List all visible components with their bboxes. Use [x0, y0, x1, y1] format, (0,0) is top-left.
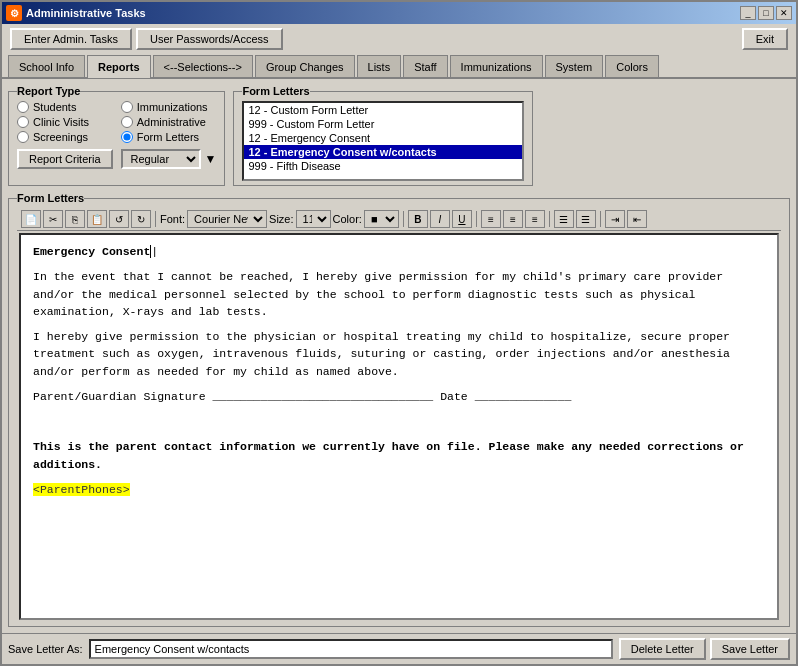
radio-administrative: Administrative	[121, 116, 217, 128]
align-center-button[interactable]: ≡	[503, 210, 523, 228]
cut-icon[interactable]: ✂	[43, 210, 63, 228]
radio-immunizations: Immunizations	[121, 101, 217, 113]
radio-students: Students	[17, 101, 113, 113]
form-letters-listbox[interactable]: 12 - Custom Form Letter 999 - Custom For…	[242, 101, 524, 181]
undo-icon[interactable]: ↺	[109, 210, 129, 228]
separator	[155, 211, 156, 227]
outdent-button[interactable]: ⇤	[627, 210, 647, 228]
font-label: Font:	[160, 213, 185, 225]
bullet-list-button[interactable]: ☰	[554, 210, 574, 228]
title-bar: ⚙ Admininistrative Tasks _ □ ✕	[2, 2, 796, 24]
tab-immunizations[interactable]: Immunizations	[450, 55, 543, 77]
report-type-group: Report Type Students Immunizations Clini…	[8, 85, 225, 186]
dropdown-arrow-icon: ▼	[205, 152, 217, 166]
separator	[403, 211, 404, 227]
tab-selections[interactable]: <--Selections-->	[153, 55, 253, 77]
maximize-button[interactable]: □	[758, 6, 774, 20]
window-controls: _ □ ✕	[740, 6, 792, 20]
italic-button[interactable]: I	[430, 210, 450, 228]
radio-form-letters-input[interactable]	[121, 131, 133, 143]
main-window: ⚙ Admininistrative Tasks _ □ ✕ Enter Adm…	[0, 0, 798, 666]
editor-content-area[interactable]: Emergency Consent| In the event that I c…	[19, 233, 779, 620]
font-select[interactable]: Courier New Arial Times New Roman	[187, 210, 267, 228]
bold-button[interactable]: B	[408, 210, 428, 228]
close-button[interactable]: ✕	[776, 6, 792, 20]
radio-screenings: Screenings	[17, 131, 113, 143]
report-type-legend: Report Type	[17, 85, 80, 97]
tab-reports[interactable]: Reports	[87, 55, 151, 78]
exit-button[interactable]: Exit	[742, 28, 788, 50]
list-item[interactable]: 999 - Fifth Disease	[244, 159, 522, 173]
save-letter-label: Save Letter As:	[8, 643, 83, 655]
editor-parent-phones: <ParentPhones>	[33, 483, 130, 496]
redo-icon[interactable]: ↻	[131, 210, 151, 228]
size-select[interactable]: 11 8 10 12 14	[296, 210, 331, 228]
paste-icon[interactable]: 📋	[87, 210, 107, 228]
separator	[549, 211, 550, 227]
tab-lists[interactable]: Lists	[357, 55, 402, 77]
save-letter-button[interactable]: Save Letter	[710, 638, 790, 660]
app-icon: ⚙	[6, 5, 22, 21]
form-letters-editor: Form Letters 📄 ✂ ⎘ 📋 ↺ ↻ Font: Courier N…	[8, 192, 790, 627]
radio-immunizations-input[interactable]	[121, 101, 133, 113]
editor-para1: In the event that I cannot be reached, I…	[33, 268, 765, 320]
top-section: Report Type Students Immunizations Clini…	[8, 85, 790, 186]
color-select[interactable]: ■	[364, 210, 399, 228]
tab-group-changes[interactable]: Group Changes	[255, 55, 355, 77]
align-right-button[interactable]: ≡	[525, 210, 545, 228]
form-letters-list-legend: Form Letters	[242, 85, 309, 97]
window-title: Admininistrative Tasks	[26, 7, 146, 19]
minimize-button[interactable]: _	[740, 6, 756, 20]
editor-signature: Parent/Guardian Signature ______________…	[33, 388, 765, 405]
main-toolbar: Enter Admin. Tasks User Passwords/Access…	[2, 24, 796, 54]
radio-clinic-visits-input[interactable]	[17, 116, 29, 128]
user-passwords-button[interactable]: User Passwords/Access	[136, 28, 283, 50]
align-left-button[interactable]: ≡	[481, 210, 501, 228]
tab-colors[interactable]: Colors	[605, 55, 659, 77]
list-item[interactable]: 12 - Custom Form Letter	[244, 103, 522, 117]
editor-para2: I hereby give permission to the physicia…	[33, 328, 765, 380]
editor-title: Emergency Consent	[33, 245, 150, 258]
radio-students-input[interactable]	[17, 101, 29, 113]
color-label: Color:	[333, 213, 362, 225]
separator	[600, 211, 601, 227]
report-criteria-button[interactable]: Report Criteria	[17, 149, 113, 169]
delete-letter-button[interactable]: Delete Letter	[619, 638, 706, 660]
enter-admin-tasks-button[interactable]: Enter Admin. Tasks	[10, 28, 132, 50]
report-type-options: Students Immunizations Clinic Visits Adm…	[17, 101, 216, 143]
tab-school-info[interactable]: School Info	[8, 55, 85, 77]
radio-clinic-visits: Clinic Visits	[17, 116, 113, 128]
save-letter-input[interactable]	[89, 639, 613, 659]
radio-screenings-input[interactable]	[17, 131, 29, 143]
list-item[interactable]: 12 - Emergency Consent	[244, 131, 522, 145]
form-letters-editor-legend: Form Letters	[17, 192, 84, 204]
editor-contact-info: This is the parent contact information w…	[33, 440, 744, 470]
bottom-bar: Save Letter As: Delete Letter Save Lette…	[2, 633, 796, 664]
radio-administrative-input[interactable]	[121, 116, 133, 128]
separator	[476, 211, 477, 227]
underline-button[interactable]: U	[452, 210, 472, 228]
tab-staff[interactable]: Staff	[403, 55, 447, 77]
tab-system[interactable]: System	[545, 55, 604, 77]
copy-icon[interactable]: ⎘	[65, 210, 85, 228]
editor-toolbar: 📄 ✂ ⎘ 📋 ↺ ↻ Font: Courier New Arial Time…	[17, 208, 781, 231]
list-item-selected[interactable]: 12 - Emergency Consent w/contacts	[244, 145, 522, 159]
form-letters-list-group: Form Letters 12 - Custom Form Letter 999…	[233, 85, 533, 186]
regular-dropdown[interactable]: Regular Summary Detail	[121, 149, 201, 169]
list-item[interactable]: 999 - Custom Form Letter	[244, 117, 522, 131]
numbered-list-button[interactable]: ☰	[576, 210, 596, 228]
tab-bar: School Info Reports <--Selections--> Gro…	[2, 54, 796, 79]
new-document-icon[interactable]: 📄	[21, 210, 41, 228]
indent-button[interactable]: ⇥	[605, 210, 625, 228]
radio-form-letters: Form Letters	[121, 131, 217, 143]
main-content: Report Type Students Immunizations Clini…	[2, 79, 796, 633]
size-label: Size:	[269, 213, 293, 225]
